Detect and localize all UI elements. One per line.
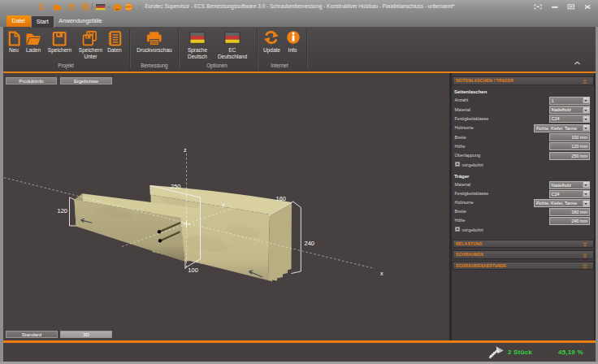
svg-text:y: y [222, 201, 225, 208]
svg-text:100: 100 [188, 266, 198, 274]
svg-text:160: 160 [276, 195, 287, 202]
svg-text:120: 120 [57, 207, 67, 214]
svg-text:240: 240 [305, 240, 315, 247]
svg-text:z: z [184, 146, 187, 154]
svg-text:x: x [380, 270, 384, 277]
svg-text:250: 250 [171, 183, 181, 190]
